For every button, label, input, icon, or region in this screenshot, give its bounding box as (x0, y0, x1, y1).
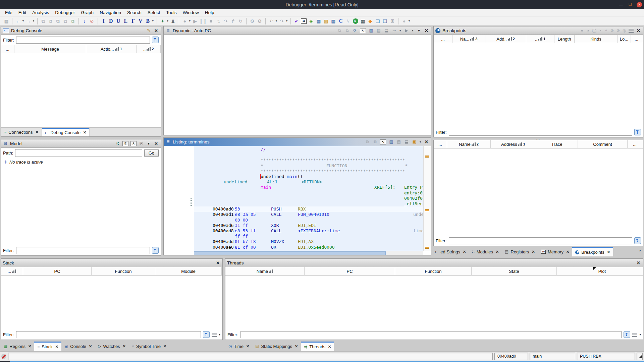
column-header-[interactable]: ... (434, 35, 452, 43)
listing-line[interactable]: 00400ae081 cf 00OREDI,0x5eed0000 (194, 245, 423, 250)
enable-all-breakpoints-icon[interactable]: ◕ (586, 28, 590, 33)
close-icon[interactable]: ✕ (463, 250, 466, 254)
resume-icon[interactable]: ▶ (192, 17, 199, 25)
go-down-icon[interactable]: ↓ (81, 17, 88, 25)
chevron-down-icon[interactable]: ▼ (152, 19, 154, 22)
disable-breakpoint-icon[interactable]: ◯ (592, 28, 596, 33)
menu-debugger[interactable]: Debugger (52, 9, 78, 16)
listing-line[interactable]: 00400ad8e8 53 ffCALL<EXTERNAL>::timetime… (194, 228, 423, 234)
close-icon[interactable]: ✕ (123, 344, 126, 349)
threads-filter-input[interactable] (240, 331, 622, 338)
filter-icon[interactable] (152, 247, 159, 254)
column-header-state[interactable]: State (472, 267, 557, 275)
column-header-[interactable]: ... (1, 267, 23, 275)
dynamic-body[interactable] (164, 35, 431, 135)
debug-console-filter-input[interactable] (16, 37, 150, 44)
memory-bytes-icon[interactable]: 10 (301, 17, 307, 25)
chevron-down-icon[interactable]: ▼ (22, 19, 24, 22)
paste-icon[interactable]: ⧉ (55, 17, 61, 25)
copy-special-icon[interactable]: ⧉ (47, 17, 54, 25)
scroll-tabs-left-icon[interactable]: ‹ (433, 247, 437, 256)
breakpoints-table-body[interactable] (434, 43, 643, 127)
listing-line[interactable]: 00400ad631 ffXOREDI,EDI (194, 223, 423, 228)
chevron-down-icon[interactable]: ▼ (411, 29, 414, 32)
column-header-add[interactable]: Add..2 (485, 35, 526, 43)
marker-icon[interactable]: ▤ (376, 27, 381, 34)
paste-special-icon[interactable]: ⧉ (62, 17, 69, 25)
breakpoints-header[interactable]: Breakpoints ●◕◯◔⚬⊗⊗◎ ✕ (434, 26, 643, 35)
step-last-icon[interactable]: ↻ (237, 17, 244, 25)
menu-file[interactable]: File (2, 9, 15, 16)
chevron-down-icon[interactable]: ▼ (408, 19, 411, 22)
refresh-icon[interactable]: ⟳ (352, 27, 358, 34)
stamp-icon[interactable]: ♜ (389, 17, 396, 25)
close-icon[interactable]: ✕ (28, 344, 31, 349)
attributes-icon[interactable]: A (130, 141, 137, 146)
calling-convention-icon[interactable]: C (337, 17, 344, 25)
undefine-letter-icon[interactable]: U (115, 17, 122, 25)
menu-graph[interactable]: Graph (78, 9, 97, 16)
listing-line[interactable] (194, 152, 423, 158)
undo-icon[interactable]: ↶ (268, 17, 275, 25)
filter-icon[interactable] (152, 37, 159, 43)
breakpoints-filter-input[interactable] (449, 129, 633, 136)
window-a-icon[interactable]: ❏ (374, 17, 381, 25)
chevron-down-icon[interactable]: ▾ (219, 333, 220, 336)
module-map-icon[interactable]: ▥ (368, 27, 374, 34)
configure-emulation-icon[interactable]: ✦ (159, 17, 166, 25)
pause-icon[interactable]: ❙❙ (199, 17, 207, 25)
close-icon[interactable]: ✕ (215, 260, 221, 265)
toggle-breakpoint-icon[interactable]: ⚬ (604, 28, 608, 33)
listing-line[interactable]: 00400add0f b7 f8MOVZXEDI,AX (194, 239, 423, 244)
table-options-icon[interactable] (212, 333, 217, 337)
listing-line[interactable]: 00 00 (194, 218, 423, 223)
menu-edit[interactable]: Edit (15, 9, 29, 16)
step-out-icon[interactable]: ↱ (230, 17, 236, 25)
close-button[interactable]: ✕ (637, 2, 642, 7)
column-header-[interactable]: ... (1, 45, 14, 53)
column-header-name[interactable]: Name (225, 267, 305, 275)
enable-breakpoint-icon[interactable]: ● (580, 28, 584, 33)
window-b-icon[interactable]: ❏ (382, 17, 388, 25)
go-button[interactable]: Go (144, 149, 159, 157)
skip-out-icon[interactable]: ⚙ (256, 17, 263, 25)
margin-blocks-icon[interactable]: ▣ (412, 139, 417, 145)
clone-icon[interactable]: ⧉ (337, 27, 342, 34)
table-options-icon[interactable] (629, 28, 634, 33)
close-icon[interactable]: ✕ (246, 344, 249, 349)
chevron-down-icon[interactable]: ▼ (189, 19, 191, 22)
menu-caret-icon[interactable]: ▾ (146, 140, 151, 146)
filter-icon[interactable] (634, 129, 641, 135)
column-header-length[interactable]: Length (554, 35, 575, 43)
column-header-pc[interactable]: PC (23, 267, 92, 275)
tab-stack[interactable]: ≡Stack✕ (34, 342, 61, 351)
snapshot-copy-icon[interactable]: ⧉ (372, 139, 378, 145)
run-script-icon[interactable]: ▶ (352, 17, 359, 25)
close-icon[interactable]: ✕ (163, 344, 166, 349)
cursor-tracking-icon[interactable]: ↖ (360, 28, 366, 33)
listing-line[interactable]: * FUNCTION * (194, 163, 423, 169)
close-icon[interactable]: ✕ (153, 141, 159, 146)
close-icon[interactable]: ✕ (607, 250, 610, 254)
stack-filter-input[interactable] (16, 331, 201, 338)
goto-pc-icon[interactable]: ⇒ (391, 27, 397, 34)
tab-symbol-tree[interactable]: ⑂Symbol Tree✕ (129, 342, 169, 351)
column-header-actio[interactable]: Actio...1 (86, 45, 137, 53)
listing-line[interactable]: // (194, 147, 423, 152)
tab-debug-console[interactable]: ›_Debug Console✕ (42, 128, 90, 136)
edit-pencil-icon[interactable]: ✎ (146, 27, 151, 34)
snapshot-copy-icon[interactable]: ⧉ (344, 27, 350, 34)
copy-icon[interactable]: ⧉ (40, 17, 47, 25)
stack-table-body[interactable] (1, 276, 222, 329)
menu-tools[interactable]: Tools (163, 9, 180, 16)
column-header-[interactable]: ... (631, 35, 642, 43)
tab-time[interactable]: ◷Time✕ (225, 342, 252, 351)
panel-menu-caret-icon[interactable]: ▾ (416, 27, 422, 34)
close-icon[interactable]: ✕ (295, 344, 298, 349)
chevron-down-icon[interactable]: ▼ (32, 19, 35, 22)
tree-diagram-icon[interactable]: ⑆ (115, 140, 120, 146)
paste-link-icon[interactable]: ⧉ (69, 17, 76, 25)
close-icon[interactable]: ✕ (153, 28, 159, 33)
instruction-letter-icon[interactable]: I (100, 17, 107, 25)
threads-header[interactable]: Threads ✕ (225, 259, 643, 267)
